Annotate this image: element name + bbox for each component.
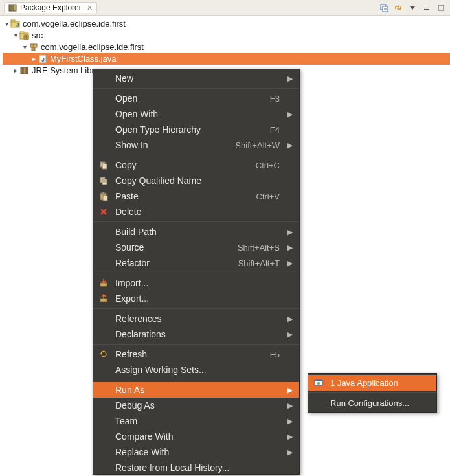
submenu-arrow-icon: ▶ bbox=[286, 110, 293, 119]
svg-rect-8 bbox=[11, 20, 15, 22]
menu-label: New bbox=[115, 73, 280, 84]
svg-rect-22 bbox=[26, 67, 28, 74]
submenu-arrow-icon: ▶ bbox=[286, 228, 293, 236]
view-menu-icon[interactable] bbox=[407, 3, 418, 13]
menu-item-build-path[interactable]: Build Path▶ bbox=[93, 224, 299, 240]
menu-item-refactor[interactable]: RefactorShift+Alt+T▶ bbox=[93, 255, 299, 271]
link-with-editor-icon[interactable] bbox=[393, 3, 403, 13]
copy-qualified-icon bbox=[98, 176, 109, 186]
expand-arrow-icon[interactable]: ▸ bbox=[12, 65, 19, 76]
package-explorer-tab[interactable]: Package Explorer ✕ bbox=[4, 2, 97, 13]
java-project-icon: J bbox=[10, 19, 21, 29]
submenu-arrow-icon: ▶ bbox=[286, 402, 293, 410]
submenu-arrow-icon: ▶ bbox=[286, 433, 293, 441]
menu-label: Source bbox=[115, 242, 231, 253]
submenu-arrow-icon: ▶ bbox=[286, 74, 293, 83]
menu-item-replace-with[interactable]: Replace With▶ bbox=[93, 444, 299, 460]
menu-separator bbox=[93, 273, 299, 273]
submenu-item-run-configurations[interactable]: Run Configurations... bbox=[308, 395, 436, 411]
svg-text:J: J bbox=[41, 56, 45, 63]
expand-arrow-icon[interactable]: ▾ bbox=[12, 30, 19, 41]
menu-item-run-as[interactable]: Run As▶ bbox=[93, 382, 299, 398]
svg-rect-31 bbox=[103, 196, 107, 201]
menu-shortcut: F5 bbox=[270, 350, 280, 359]
svg-rect-11 bbox=[20, 32, 24, 34]
menu-item-copy-qualified-name[interactable]: Copy Qualified Name bbox=[93, 173, 299, 188]
minimize-view-icon[interactable] bbox=[422, 3, 432, 13]
menu-label: Copy Qualified Name bbox=[115, 176, 280, 186]
menu-label: Export... bbox=[115, 293, 280, 304]
menu-item-declarations[interactable]: Declarations▶ bbox=[93, 326, 299, 342]
menu-label: Open bbox=[115, 93, 264, 104]
submenu-arrow-icon: ▶ bbox=[286, 448, 293, 457]
menu-shortcut: Ctrl+V bbox=[256, 192, 280, 201]
menu-separator bbox=[308, 392, 436, 393]
menu-item-open[interactable]: OpenF3 bbox=[93, 91, 299, 106]
menu-label: Compare With bbox=[115, 431, 280, 442]
java-file-icon: J bbox=[38, 54, 48, 64]
menu-label: Refresh bbox=[115, 349, 264, 359]
menu-item-delete[interactable]: Delete bbox=[93, 204, 299, 220]
svg-rect-21 bbox=[23, 67, 25, 74]
menu-item-assign-working-sets[interactable]: Assign Working Sets... bbox=[93, 362, 299, 378]
file-label: MyFirstClass.java bbox=[50, 53, 117, 65]
menu-item-paste[interactable]: PasteCtrl+V bbox=[93, 188, 299, 204]
svg-rect-20 bbox=[21, 67, 23, 74]
menu-label: Show In bbox=[115, 140, 229, 150]
menu-item-new[interactable]: New▶ bbox=[93, 71, 299, 86]
menu-label: Restore from Local History... bbox=[115, 462, 280, 473]
refresh-icon bbox=[98, 349, 109, 359]
menu-item-copy[interactable]: CopyCtrl+C bbox=[93, 157, 299, 173]
menu-item-debug-as[interactable]: Debug As▶ bbox=[93, 398, 299, 413]
close-view-icon[interactable]: ✕ bbox=[87, 4, 93, 12]
menu-item-open-with[interactable]: Open With▶ bbox=[93, 106, 299, 122]
src-label: src bbox=[32, 30, 43, 41]
tree-src-node[interactable]: ▾ src bbox=[3, 30, 450, 41]
menu-shortcut: Shift+Alt+W bbox=[235, 141, 280, 150]
menu-item-compare-with[interactable]: Compare With▶ bbox=[93, 429, 299, 444]
package-label: com.vogella.eclipse.ide.first bbox=[41, 41, 144, 53]
menu-label: Team bbox=[115, 416, 280, 426]
menu-label: Assign Working Sets... bbox=[115, 365, 280, 375]
menu-item-references[interactable]: References▶ bbox=[93, 311, 299, 326]
submenu-arrow-icon: ▶ bbox=[286, 386, 293, 394]
menu-item-open-type-hierarchy[interactable]: Open Type HierarchyF4 bbox=[93, 122, 299, 137]
svg-point-38 bbox=[317, 382, 320, 385]
svg-rect-1 bbox=[13, 5, 16, 11]
menu-item-import[interactable]: Import... bbox=[93, 275, 299, 291]
menu-label: Run As bbox=[115, 385, 280, 395]
svg-rect-24 bbox=[102, 164, 107, 169]
delete-icon bbox=[98, 207, 109, 217]
tree-package-node[interactable]: ▾ com.vogella.eclipse.ide.first bbox=[3, 41, 450, 53]
svg-rect-17 bbox=[32, 47, 35, 51]
menu-label: Refactor bbox=[115, 258, 232, 268]
menu-label: Declarations bbox=[115, 329, 280, 339]
package-icon bbox=[28, 42, 39, 52]
svg-rect-0 bbox=[9, 5, 12, 11]
menu-item-export[interactable]: Export... bbox=[93, 291, 299, 306]
view-title: Package Explorer bbox=[20, 3, 82, 12]
menu-label: Run Configurations... bbox=[330, 398, 430, 408]
submenu-arrow-icon: ▶ bbox=[286, 259, 293, 267]
expand-arrow-icon[interactable]: ▸ bbox=[30, 53, 38, 65]
expand-arrow-icon[interactable]: ▾ bbox=[21, 41, 28, 53]
view-header: Package Explorer ✕ bbox=[0, 0, 450, 16]
tree-project-node[interactable]: ▾ J com.vogella.eclipse.ide.first bbox=[3, 18, 450, 30]
menu-label: Delete bbox=[115, 207, 280, 217]
menu-shortcut: Ctrl+C bbox=[256, 161, 280, 170]
submenu-item-java-application[interactable]: 1 Java Application bbox=[308, 375, 436, 391]
menu-label: 1 Java Application bbox=[330, 378, 430, 388]
menu-item-source[interactable]: SourceShift+Alt+S▶ bbox=[93, 240, 299, 255]
menu-item-team[interactable]: Team▶ bbox=[93, 413, 299, 429]
menu-item-show-in[interactable]: Show InShift+Alt+W▶ bbox=[93, 137, 299, 153]
collapse-all-icon[interactable] bbox=[379, 3, 389, 13]
menu-item-restore-from-local-history[interactable]: Restore from Local History... bbox=[93, 460, 299, 475]
tree-file-node[interactable]: ▸ J MyFirstClass.java bbox=[3, 53, 450, 65]
expand-arrow-icon[interactable]: ▾ bbox=[3, 18, 10, 30]
menu-item-refresh[interactable]: RefreshF5 bbox=[93, 346, 299, 362]
source-folder-icon bbox=[19, 30, 30, 41]
menu-label: Import... bbox=[115, 278, 280, 288]
paste-icon bbox=[98, 191, 109, 201]
library-icon bbox=[19, 65, 30, 76]
maximize-view-icon[interactable] bbox=[436, 3, 446, 13]
